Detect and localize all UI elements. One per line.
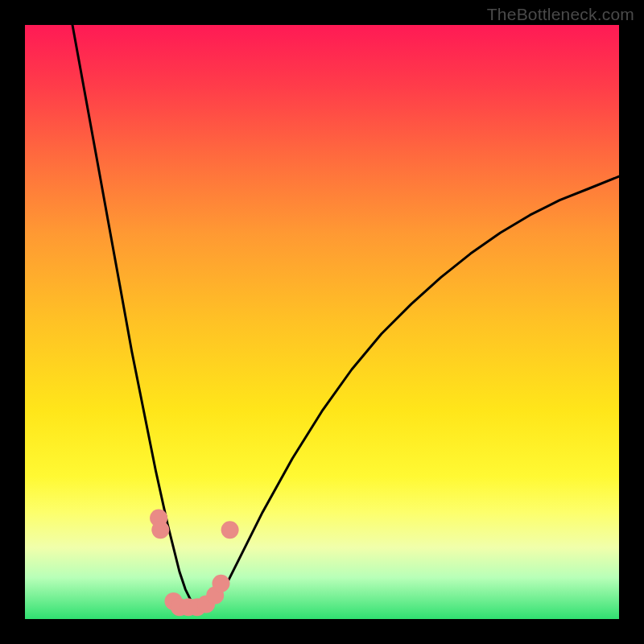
- chart-frame: TheBottleneck.com: [0, 0, 644, 644]
- watermark-label: TheBottleneck.com: [487, 5, 634, 24]
- plot-area: [25, 25, 619, 619]
